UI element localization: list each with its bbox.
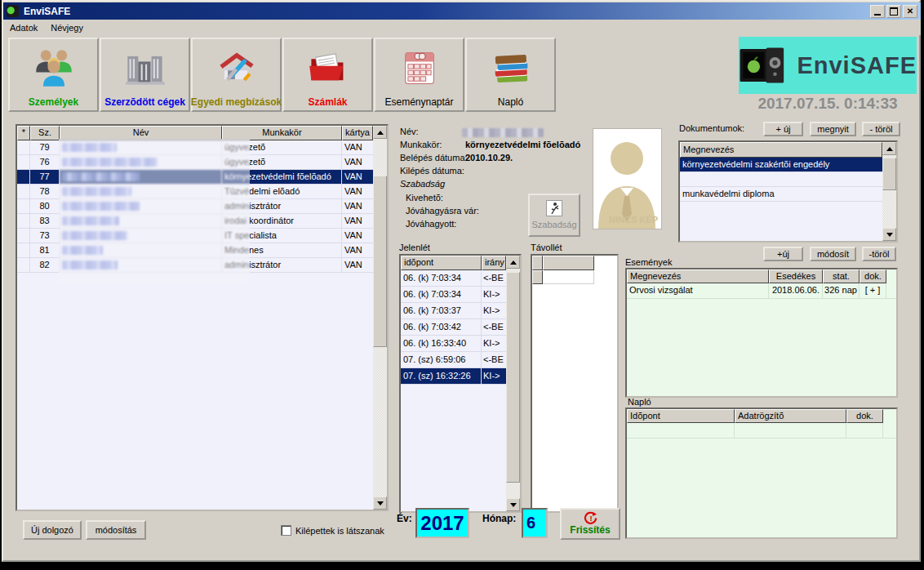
event-modify-button[interactable]: módosít xyxy=(810,247,856,261)
toolbar-button-esemenynaptar[interactable]: Eseménynaptár xyxy=(374,38,464,112)
event-row[interactable]: Orvosi vizsgálat2018.06.06.326 nap[ + ] xyxy=(627,283,896,299)
presence-row[interactable]: 06. (k) 16:33:40KI-> xyxy=(401,336,520,352)
employee-row[interactable]: 73IT specialistaVAN xyxy=(17,229,387,243)
modify-employee-button[interactable]: módosítás xyxy=(86,520,146,540)
title-bar[interactable]: EnviSAFE ✕ xyxy=(3,2,921,20)
scroll-thumb[interactable] xyxy=(506,272,520,483)
refresh-button[interactable]: ! Frissítés xyxy=(560,508,620,540)
vacation-pending-label: Jóváhagyásra vár: xyxy=(406,206,479,217)
cell-nev xyxy=(60,214,222,228)
presence-scrollbar[interactable] xyxy=(506,256,520,511)
documents-scrollbar[interactable] xyxy=(882,142,896,241)
scroll-up-button[interactable] xyxy=(882,142,896,155)
cell-irany: KI-> xyxy=(482,303,508,318)
presence-row[interactable]: 07. (sz) 16:32:26KI-> xyxy=(401,368,520,385)
cell-irany: <-BE xyxy=(482,352,508,367)
cell-star xyxy=(17,258,30,272)
document-delete-button[interactable]: - töröl xyxy=(862,122,900,136)
scroll-thumb[interactable] xyxy=(882,158,896,190)
employee-row[interactable]: 78Tûzvédelmi elõadóVAN xyxy=(17,185,387,199)
safe-icon xyxy=(739,41,793,90)
employee-row[interactable]: 79ügyvezetõVAN xyxy=(17,140,387,155)
employee-row[interactable]: 76ügyvezetõVAN xyxy=(17,155,387,170)
running-person-icon xyxy=(546,200,562,216)
toolbar-button-szamlak[interactable]: Számlák xyxy=(282,38,373,112)
absence-corner-cell xyxy=(532,256,543,270)
scroll-down-button[interactable] xyxy=(373,497,387,510)
toolbar-button-szerzodott-cegek[interactable]: Szerzõdött cégek xyxy=(100,38,190,112)
maximize-button[interactable] xyxy=(886,5,901,18)
arrow-up-icon xyxy=(510,257,517,265)
events-table: Megnevezés Esedékes stat. dok. Orvosi vi… xyxy=(625,268,898,398)
col-header-sz: Sz. xyxy=(30,126,60,140)
toolbar-label: Személyek xyxy=(29,96,78,108)
cell-idopont: 07. (sz) 6:59:06 xyxy=(401,352,482,367)
cell-sz: 78 xyxy=(30,185,60,198)
year-input[interactable]: 2017 xyxy=(415,508,469,538)
buildings-icon xyxy=(124,48,167,87)
presence-row[interactable]: 06. (k) 7:03:34KI-> xyxy=(401,287,520,303)
toolbar-button-szemelyek[interactable]: Személyek xyxy=(8,38,99,112)
scroll-up-button[interactable] xyxy=(373,126,387,139)
document-row[interactable]: munkavédelmi diploma xyxy=(680,187,882,202)
col-header-megnevezes: Megnevezés xyxy=(627,269,769,283)
employee-row[interactable]: 77környezetvédelmi fõelõadóVAN xyxy=(17,170,387,185)
cell-star xyxy=(17,185,30,198)
document-open-button[interactable]: megnyit xyxy=(810,122,856,136)
close-button[interactable]: ✕ xyxy=(903,5,917,18)
show-leavers-checkbox[interactable] xyxy=(281,525,291,536)
cell-irany: KI-> xyxy=(482,368,508,384)
redacted-name xyxy=(62,231,127,240)
entry-date-label: Belépés dátuma: xyxy=(400,153,468,164)
cell-nev xyxy=(60,185,222,198)
document-row[interactable] xyxy=(680,172,882,187)
cell-kartya: VAN xyxy=(342,140,373,154)
presence-row[interactable]: 07. (sz) 6:59:06<-BE xyxy=(401,352,520,368)
cell-star xyxy=(17,155,30,169)
minimize-button[interactable] xyxy=(870,5,885,18)
scroll-up-button[interactable] xyxy=(506,256,520,269)
col-header-idopont: idõpont xyxy=(401,256,482,270)
employee-scrollbar[interactable] xyxy=(373,126,387,510)
cell-star xyxy=(17,140,30,154)
presence-row[interactable]: 06. (k) 7:03:34<-BE xyxy=(401,270,520,287)
document-add-button[interactable]: + új xyxy=(763,122,803,136)
employee-row[interactable]: 81MindenesVAN xyxy=(17,243,387,258)
cell-nev xyxy=(60,140,222,154)
scroll-down-button[interactable] xyxy=(882,228,896,241)
redacted-name-value xyxy=(462,128,544,137)
menu-adatok[interactable]: Adatok xyxy=(3,21,44,34)
cell-megnevezes: Orvosi vizsgálat xyxy=(627,283,769,298)
vacation-button[interactable]: Szabadság xyxy=(528,194,580,237)
document-rows: környezetvédelmi szakértõi engedélymunka… xyxy=(680,158,896,202)
cell-dok: [ + ] xyxy=(860,283,886,298)
presence-row[interactable]: 06. (k) 7:03:37KI-> xyxy=(401,303,520,319)
employee-row[interactable]: 82adminisztrátorVAN xyxy=(17,258,387,273)
scroll-down-button[interactable] xyxy=(506,498,520,511)
presence-row[interactable]: 06. (k) 7:03:42<-BE xyxy=(401,319,520,336)
event-add-button[interactable]: +új xyxy=(763,247,803,261)
redacted-name xyxy=(62,187,131,196)
col-header-munkakor: Munkakör xyxy=(222,126,342,140)
vacation-approved-label: Jóváhagyott: xyxy=(406,219,456,230)
cell-irany: KI-> xyxy=(482,287,508,302)
col-header-megnevezes: Megnevezés xyxy=(680,142,882,158)
toolbar-button-naplo[interactable]: Napló xyxy=(465,38,556,112)
exit-date-label: Kilépés dátuma: xyxy=(400,166,464,177)
absence-empty-cell xyxy=(543,270,594,284)
employee-row[interactable]: 83irodai koordinátorVAN xyxy=(17,214,387,229)
employee-row[interactable]: 80adminisztrátorVAN xyxy=(17,199,387,214)
scroll-thumb[interactable] xyxy=(373,176,387,347)
log-row[interactable] xyxy=(627,423,896,439)
cell-idopont xyxy=(627,423,735,438)
refresh-button-label: Frissítés xyxy=(570,524,610,536)
document-row[interactable]: környezetvédelmi szakértõi engedély xyxy=(680,158,882,172)
log-rows xyxy=(627,423,896,439)
cell-sz: 82 xyxy=(30,258,60,272)
month-input[interactable]: 6 xyxy=(522,508,548,538)
toolbar-button-egyedi-megbizasok[interactable]: Egyedi megbízások xyxy=(191,38,282,112)
new-employee-button[interactable]: Új dolgozó xyxy=(23,520,82,540)
presence-table: idõpont irány 06. (k) 7:03:34<-BE06. (k)… xyxy=(399,254,522,513)
event-delete-button[interactable]: -töröl xyxy=(862,247,896,261)
menu-nevjegy[interactable]: Névjegy xyxy=(44,21,90,34)
